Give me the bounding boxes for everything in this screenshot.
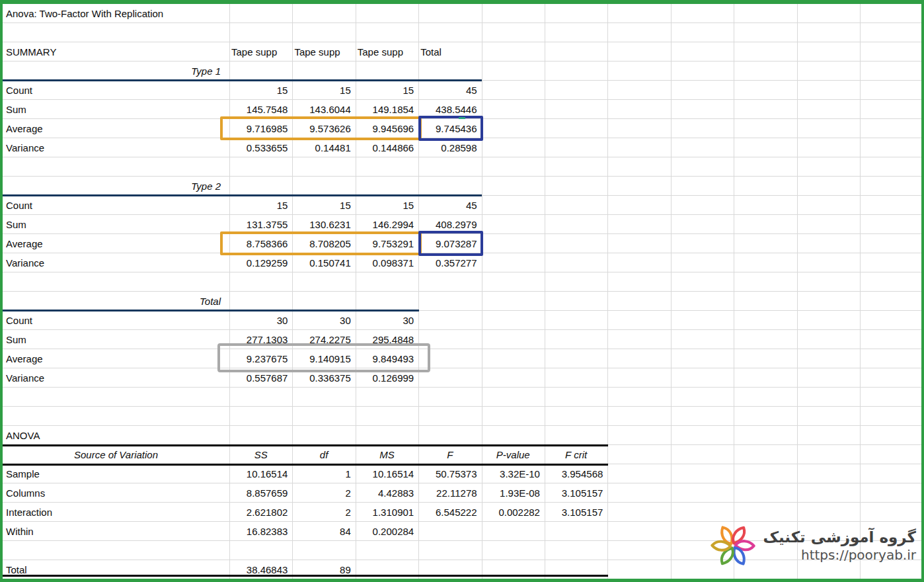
value-cell[interactable]: 16.82383 <box>229 526 292 537</box>
value-cell[interactable]: 38.46843 <box>229 564 292 575</box>
anova-header-rule <box>3 464 608 466</box>
value-cell[interactable]: 2.621802 <box>229 507 292 518</box>
value-cell[interactable]: 408.2979 <box>418 219 481 230</box>
value-cell[interactable]: 15 <box>292 85 355 96</box>
value-cell[interactable]: 0.14481 <box>292 142 355 153</box>
value-cell[interactable]: 0.098371 <box>356 257 418 269</box>
value-cell[interactable]: 84 <box>292 526 355 537</box>
value-cell[interactable]: 1 <box>292 468 355 479</box>
summary-col-header[interactable]: Total <box>418 46 481 58</box>
grand-average-highlight-gray <box>217 343 430 372</box>
value-cell[interactable]: 0.533655 <box>229 142 292 153</box>
anova-col-header[interactable]: MS <box>356 449 418 460</box>
value-cell[interactable]: 8.857659 <box>229 487 292 499</box>
value-cell[interactable]: 0.357277 <box>418 257 481 269</box>
value-cell[interactable]: 15 <box>292 200 355 211</box>
value-cell[interactable]: 0.150741 <box>292 257 355 269</box>
pinwheel-logo-icon <box>709 522 757 569</box>
value-cell[interactable]: 1.310901 <box>356 507 418 518</box>
value-cell[interactable]: 10.16514 <box>229 468 292 479</box>
row-label[interactable]: Sample <box>3 468 229 479</box>
value-cell[interactable]: 145.7548 <box>229 104 292 115</box>
sheet-title-cell[interactable]: Anova: Two-Factor With Replication <box>3 8 229 19</box>
value-cell[interactable]: 0.126999 <box>356 372 418 384</box>
row-label[interactable]: Count <box>3 200 229 211</box>
value-cell[interactable]: 45 <box>418 85 481 96</box>
table-row: Interaction 2.621802 2 1.310901 6.545222… <box>3 503 921 522</box>
value-cell[interactable]: 0.336375 <box>292 372 355 384</box>
value-cell[interactable]: 50.75373 <box>418 468 481 479</box>
section-label[interactable]: Type 1 <box>3 65 229 77</box>
value-cell[interactable]: 89 <box>292 564 355 575</box>
value-cell[interactable]: 146.2994 <box>356 219 418 230</box>
value-cell[interactable]: 3.954568 <box>545 468 607 479</box>
value-cell[interactable]: 2 <box>292 487 355 499</box>
value-cell[interactable]: 45 <box>418 200 481 211</box>
value-cell[interactable]: 0.200284 <box>356 526 418 537</box>
row-label[interactable]: Variance <box>3 372 229 384</box>
section-label[interactable]: Total <box>3 296 229 307</box>
value-cell[interactable]: 0.28598 <box>418 142 481 153</box>
anova-col-header[interactable]: SS <box>229 449 292 460</box>
value-cell[interactable]: 30 <box>229 315 292 326</box>
value-cell[interactable]: 3.105157 <box>545 507 607 518</box>
anova-col-header[interactable]: Source of Variation <box>3 449 229 460</box>
table-row: Columns 8.857659 2 4.42883 22.11278 1.93… <box>3 483 921 503</box>
value-cell[interactable]: 15 <box>229 200 292 211</box>
anova-label-row: ANOVA <box>3 426 921 445</box>
watermark-brand: گروه آموزشی تکنیک <box>763 528 916 547</box>
section-header-row: Type 1 <box>3 62 921 81</box>
value-cell[interactable]: 0.557687 <box>229 372 292 384</box>
row-label[interactable]: Average <box>3 353 229 364</box>
row-label[interactable]: Interaction <box>3 507 229 518</box>
anova-col-header[interactable]: F <box>418 449 481 460</box>
value-cell[interactable]: 15 <box>356 85 418 96</box>
value-cell[interactable]: 15 <box>229 85 292 96</box>
value-cell[interactable]: 149.1854 <box>356 104 418 115</box>
table-row: Variance 0.533655 0.14481 0.144866 0.285… <box>3 138 921 157</box>
row-label[interactable]: Sum <box>3 334 229 345</box>
row-label[interactable]: Sum <box>3 219 229 230</box>
row-label[interactable]: Average <box>3 123 229 134</box>
value-cell[interactable]: 30 <box>356 315 418 326</box>
row-label[interactable]: Variance <box>3 142 229 153</box>
value-cell[interactable]: 10.16514 <box>356 468 418 479</box>
anova-col-header[interactable]: F crit <box>545 449 607 460</box>
summary-col-header[interactable]: Tape supp <box>229 46 292 58</box>
value-cell[interactable]: 4.42883 <box>356 487 418 499</box>
value-cell[interactable]: 2 <box>292 507 355 518</box>
row-label[interactable]: Sum <box>3 104 229 115</box>
row-label[interactable]: Variance <box>3 257 229 269</box>
value-cell[interactable]: 131.3755 <box>229 219 292 230</box>
total-underline <box>3 310 419 312</box>
row-label[interactable]: Count <box>3 315 229 326</box>
anova-col-header[interactable]: P-value <box>482 449 545 460</box>
summary-col-header[interactable]: Tape supp <box>356 46 418 58</box>
value-cell[interactable]: 438.5446 <box>418 104 481 115</box>
anova-col-header[interactable]: df <box>292 449 355 460</box>
row-label[interactable]: Total <box>3 564 229 575</box>
anova-label-cell[interactable]: ANOVA <box>3 430 229 441</box>
value-cell[interactable]: 15 <box>356 200 418 211</box>
value-cell[interactable]: 30 <box>292 315 355 326</box>
value-cell[interactable]: 22.11278 <box>418 487 481 499</box>
value-cell[interactable]: 3.32E-10 <box>482 468 545 479</box>
anova-top-rule <box>3 444 608 446</box>
summary-col-header[interactable]: Tape supp <box>292 46 355 58</box>
summary-label-cell[interactable]: SUMMARY <box>3 46 229 58</box>
row-label[interactable]: Count <box>3 85 229 96</box>
row-label[interactable]: Columns <box>3 487 229 499</box>
row-label[interactable]: Average <box>3 238 229 249</box>
empty-row <box>3 23 921 42</box>
value-cell[interactable]: 0.002282 <box>482 507 545 518</box>
value-cell[interactable]: 6.545222 <box>418 507 481 518</box>
type2-underline <box>3 194 482 196</box>
value-cell[interactable]: 0.129259 <box>229 257 292 269</box>
value-cell[interactable]: 3.105157 <box>545 487 607 499</box>
value-cell[interactable]: 1.93E-08 <box>482 487 545 499</box>
value-cell[interactable]: 143.6044 <box>292 104 355 115</box>
row-label[interactable]: Within <box>3 526 229 537</box>
value-cell[interactable]: 0.144866 <box>356 142 418 153</box>
section-label[interactable]: Type 2 <box>3 181 229 192</box>
value-cell[interactable]: 130.6231 <box>292 219 355 230</box>
